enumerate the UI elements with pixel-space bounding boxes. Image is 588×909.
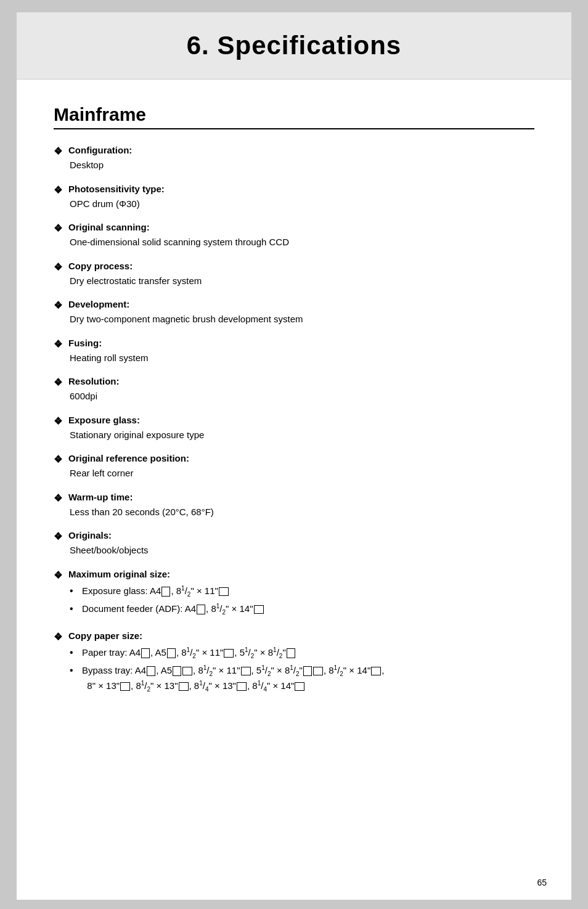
paper-icon-landscape [313, 667, 323, 675]
spec-list: Paper tray: A4, A5, 81/2" × 11", 51/2" ×… [70, 645, 534, 696]
spec-copy-paper-size: ❖ Copy paper size: Paper tray: A4, A5, 8… [54, 630, 534, 696]
paper-icon [141, 648, 150, 658]
spec-list: Exposure glass: A4, 81/2" × 11" Document… [70, 584, 534, 619]
spec-label-text: Development: [68, 299, 129, 309]
spec-label: ❖ Exposure glass: [54, 415, 534, 427]
paper-icon-landscape [224, 649, 234, 658]
spec-label: ❖ Resolution: [54, 376, 534, 388]
diamond-bullet: ❖ [54, 569, 62, 581]
spec-label-text: Configuration: [68, 145, 132, 155]
spec-label: ❖ Configuration: [54, 145, 534, 157]
spec-development: ❖ Development: Dry two-component magneti… [54, 299, 534, 327]
diamond-bullet: ❖ [54, 261, 62, 273]
paper-icon-landscape [237, 682, 247, 691]
list-item: Exposure glass: A4, 81/2" × 11" [70, 584, 534, 599]
spec-photosensitivity: ❖ Photosensitivity type: OPC drum (Φ30) [54, 184, 534, 211]
list-item: Paper tray: A4, A5, 81/2" × 11", 51/2" ×… [70, 645, 534, 661]
spec-label: ❖ Photosensitivity type: [54, 184, 534, 196]
diamond-bullet: ❖ [54, 492, 62, 504]
spec-label: ❖ Originals: [54, 530, 534, 542]
paper-icon-landscape [179, 682, 189, 691]
spec-label-text: Original reference position: [68, 453, 189, 463]
diamond-bullet: ❖ [54, 377, 62, 388]
spec-label-text: Originals: [68, 530, 112, 540]
diamond-bullet: ❖ [54, 454, 62, 465]
spec-copy-process: ❖ Copy process: Dry electrostatic transf… [54, 261, 534, 288]
spec-original-reference: ❖ Original reference position: Rear left… [54, 453, 534, 481]
spec-value: OPC drum (Φ30) [70, 197, 534, 211]
spec-label-text: Exposure glass: [68, 415, 140, 425]
paper-icon-landscape [120, 682, 130, 691]
header-section: 6. Specifications [17, 12, 571, 79]
spec-original-scanning: ❖ Original scanning: One-dimensional sol… [54, 222, 534, 250]
diamond-bullet: ❖ [54, 300, 62, 311]
spec-originals: ❖ Originals: Sheet/book/objects [54, 530, 534, 558]
content-area: Mainframe ❖ Configuration: Desktop ❖ Pho… [17, 79, 571, 744]
spec-label: ❖ Fusing: [54, 338, 534, 350]
diamond-bullet: ❖ [54, 631, 62, 643]
diamond-bullet: ❖ [54, 531, 62, 542]
spec-label-text: Warm-up time: [68, 492, 133, 502]
spec-label: ❖ Original reference position: [54, 453, 534, 465]
spec-value: One-dimensional solid scanning system th… [70, 235, 534, 250]
spec-label: ❖ Copy process: [54, 261, 534, 273]
spec-value: Heating roll system [70, 351, 534, 365]
spec-configuration: ❖ Configuration: Desktop [54, 145, 534, 173]
spec-fusing: ❖ Fusing: Heating roll system [54, 338, 534, 365]
paper-icon-landscape [371, 667, 381, 675]
spec-label-text: Maximum original size: [68, 569, 170, 579]
paper-icon [287, 648, 295, 658]
page-number: 65 [537, 878, 547, 887]
spec-label-text: Original scanning: [68, 222, 150, 232]
paper-icon-landscape [295, 682, 304, 691]
paper-icon [167, 648, 176, 658]
spec-label: ❖ Maximum original size: [54, 569, 534, 581]
spec-exposure-glass: ❖ Exposure glass: Stationary original ex… [54, 415, 534, 442]
spec-value: Less than 20 seconds (20°C, 68°F) [70, 505, 534, 520]
spec-label: ❖ Development: [54, 299, 534, 311]
spec-value: 600dpi [70, 389, 534, 404]
page-title: 6. Specifications [54, 31, 534, 60]
paper-icon-landscape [219, 587, 229, 596]
spec-value: Sheet/book/objects [70, 544, 534, 558]
page-container: 6. Specifications Mainframe ❖ Configurat… [17, 12, 571, 900]
spec-value: Dry electrostatic transfer system [70, 274, 534, 288]
spec-label: ❖ Warm-up time: [54, 492, 534, 504]
diamond-bullet: ❖ [54, 338, 62, 350]
diamond-bullet: ❖ [54, 184, 62, 196]
diamond-bullet: ❖ [54, 415, 62, 427]
spec-label-text: Copy process: [68, 261, 133, 271]
paper-icon-landscape [182, 667, 192, 675]
spec-value: Dry two-component magnetic brush develop… [70, 312, 534, 327]
spec-label-text: Copy paper size: [68, 630, 142, 641]
paper-icon [303, 666, 312, 676]
spec-value: Rear left corner [70, 467, 534, 481]
spec-warmup-time: ❖ Warm-up time: Less than 20 seconds (20… [54, 492, 534, 520]
paper-icon [173, 666, 181, 676]
spec-label-text: Resolution: [68, 376, 120, 386]
paper-icon-landscape [254, 605, 264, 614]
spec-value: Desktop [70, 158, 534, 173]
spec-max-original-size: ❖ Maximum original size: Exposure glass:… [54, 569, 534, 619]
diamond-bullet: ❖ [54, 145, 62, 157]
spec-label: ❖ Original scanning: [54, 222, 534, 234]
spec-resolution: ❖ Resolution: 600dpi [54, 376, 534, 404]
diamond-bullet: ❖ [54, 222, 62, 234]
list-item: Document feeder (ADF): A4, 81/2" × 14" [70, 601, 534, 617]
section-heading: Mainframe [54, 104, 534, 129]
paper-icon [161, 587, 170, 597]
paper-icon [197, 605, 205, 614]
paper-icon [147, 666, 155, 676]
list-item: Bypass tray: A4, A5, 81/2" × 11", 51/2" … [70, 663, 534, 694]
spec-label-text: Fusing: [68, 338, 102, 348]
spec-label-text: Photosensitivity type: [68, 184, 165, 194]
spec-value: Stationary original exposure type [70, 428, 534, 442]
spec-label: ❖ Copy paper size: [54, 630, 534, 643]
paper-icon-landscape [241, 667, 251, 675]
